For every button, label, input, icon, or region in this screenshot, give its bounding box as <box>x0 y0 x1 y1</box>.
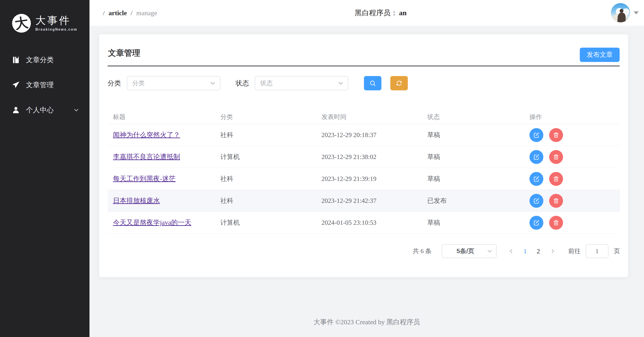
article-state: 已发布 <box>422 196 524 205</box>
send-icon <box>12 81 20 89</box>
sidebar-menu: 文章分类 文章管理 个人中心 <box>0 48 90 122</box>
edit-button[interactable] <box>530 216 543 230</box>
edit-button[interactable] <box>530 150 543 164</box>
article-category: 计算机 <box>215 218 316 227</box>
category-select[interactable] <box>127 76 220 90</box>
edit-icon <box>533 176 540 182</box>
breadcrumb: / article / manage <box>103 0 157 26</box>
avatar-caret-down-icon[interactable] <box>634 12 639 17</box>
article-category: 计算机 <box>215 152 316 162</box>
status-select[interactable] <box>255 76 348 90</box>
page-size-select[interactable]: 5条/页 <box>442 244 496 258</box>
table-row: 日本排放核废水 社科 2023-12-29 21:42:37 已发布 <box>108 190 620 212</box>
refresh-icon <box>396 80 403 87</box>
delete-button[interactable] <box>549 216 563 230</box>
brand-logo-icon: 大 <box>12 14 31 33</box>
topbar: / article / manage 黑白程序员： an <box>90 0 644 26</box>
table-row: 今天又是熬夜学java的一天 计算机 2024-01-05 23:10:53 草… <box>108 212 620 234</box>
col-header-time: 发表时间 <box>316 113 422 121</box>
page-size-value: 5条/页 <box>456 247 474 256</box>
delete-button[interactable] <box>549 128 563 142</box>
breadcrumb-item-article[interactable]: article <box>108 9 127 17</box>
article-title-link[interactable]: 日本排放核废水 <box>113 197 160 204</box>
article-manage-card: 文章管理 发布文章 分类 状态 <box>99 34 628 277</box>
brand-name: 大事件 <box>35 15 78 26</box>
article-category: 社科 <box>215 174 316 183</box>
sidebar-item-article-category[interactable]: 文章分类 <box>0 48 90 72</box>
refresh-button[interactable] <box>390 76 408 90</box>
article-time: 2023-12-29 21:38:02 <box>316 153 422 160</box>
sidebar-item-label: 文章管理 <box>26 80 54 90</box>
sidebar-item-user-center[interactable]: 个人中心 <box>0 98 90 122</box>
article-time: 2023-12-29 21:39:19 <box>316 175 422 182</box>
delete-button[interactable] <box>549 172 563 186</box>
chevron-down-icon <box>487 248 492 254</box>
article-state: 草稿 <box>422 130 524 140</box>
sidebar-item-label: 文章分类 <box>26 55 54 65</box>
sidebar-item-label: 个人中心 <box>26 105 54 115</box>
goto-page-input[interactable] <box>586 244 608 258</box>
title-divider <box>108 66 620 66</box>
article-time: 2023-12-29 21:42:37 <box>316 197 422 204</box>
category-filter-label: 分类 <box>108 79 121 88</box>
brand-tagline: BreakingNews.com <box>35 28 78 32</box>
page-title: 文章管理 <box>108 48 140 58</box>
table-row: 每天工作到黑夜-迷茫 社科 2023-12-29 21:39:19 草稿 <box>108 168 620 190</box>
avatar[interactable] <box>611 3 630 22</box>
pagination: 共 6 条 5条/页 1 2 前往 页 <box>413 244 620 258</box>
search-icon <box>369 80 376 87</box>
article-category: 社科 <box>215 130 316 140</box>
search-button[interactable] <box>364 76 382 90</box>
user-icon <box>12 106 20 114</box>
article-title-link[interactable]: 闻神为什么突然火了？ <box>113 131 180 138</box>
chevron-down-icon <box>210 80 216 86</box>
article-title-link[interactable]: 每天工作到黑夜-迷茫 <box>113 175 176 182</box>
table-row: 李嘉琪不良言论遭抵制 计算机 2023-12-29 21:38:02 草稿 <box>108 146 620 168</box>
user-name: an <box>399 9 407 17</box>
publish-article-button[interactable]: 发布文章 <box>580 48 620 62</box>
book-icon <box>12 56 20 64</box>
prev-page-icon[interactable] <box>508 248 514 254</box>
sidebar-item-article-manage[interactable]: 文章管理 <box>0 72 90 98</box>
status-select-input[interactable] <box>260 80 334 87</box>
article-time: 2023-12-29 20:18:37 <box>316 131 422 139</box>
edit-button[interactable] <box>530 128 543 142</box>
pagination-total: 共 6 条 <box>413 247 432 256</box>
footer-text: 大事件 ©2023 Created by 黑白程序员 <box>90 318 644 327</box>
trash-icon <box>553 154 560 160</box>
table-row: 闻神为什么突然火了？ 社科 2023-12-29 20:18:37 草稿 <box>108 124 620 146</box>
article-state: 草稿 <box>422 218 524 227</box>
edit-button[interactable] <box>530 194 543 208</box>
article-category: 社科 <box>215 196 316 205</box>
edit-icon <box>533 154 540 160</box>
edit-button[interactable] <box>530 172 543 186</box>
user-info: 黑白程序员： an <box>355 0 407 26</box>
chevron-down-icon <box>338 80 344 86</box>
page-number-2[interactable]: 2 <box>537 247 540 255</box>
breadcrumb-item-manage: manage <box>136 9 157 17</box>
delete-button[interactable] <box>549 194 563 208</box>
breadcrumb-separator: / <box>103 9 105 17</box>
delete-button[interactable] <box>549 150 563 164</box>
brand-logo: 大 大事件 BreakingNews.com <box>0 0 90 33</box>
category-select-input[interactable] <box>132 80 206 87</box>
next-page-icon[interactable] <box>550 248 556 254</box>
page-number-1[interactable]: 1 <box>524 247 527 255</box>
trash-icon <box>553 219 560 226</box>
article-table: 标题 分类 发表时间 状态 操作 闻神为什么突然火了？ 社科 2023-12-2… <box>108 110 620 234</box>
goto-unit-label: 页 <box>614 247 620 256</box>
col-header-state: 状态 <box>422 113 524 121</box>
article-title-link[interactable]: 李嘉琪不良言论遭抵制 <box>113 153 180 160</box>
article-state: 草稿 <box>422 174 524 183</box>
trash-icon <box>553 176 560 182</box>
table-header-row: 标题 分类 发表时间 状态 操作 <box>108 110 620 124</box>
chevron-down-icon <box>73 107 79 113</box>
edit-icon <box>533 219 540 226</box>
article-title-link[interactable]: 今天又是熬夜学java的一天 <box>113 219 191 226</box>
main-content: 文章管理 发布文章 分类 状态 <box>90 26 644 337</box>
article-state: 草稿 <box>422 152 524 162</box>
filter-row: 分类 状态 <box>108 76 408 90</box>
col-header-actions: 操作 <box>524 113 620 121</box>
trash-icon <box>553 198 560 204</box>
goto-label: 前往 <box>568 247 581 256</box>
